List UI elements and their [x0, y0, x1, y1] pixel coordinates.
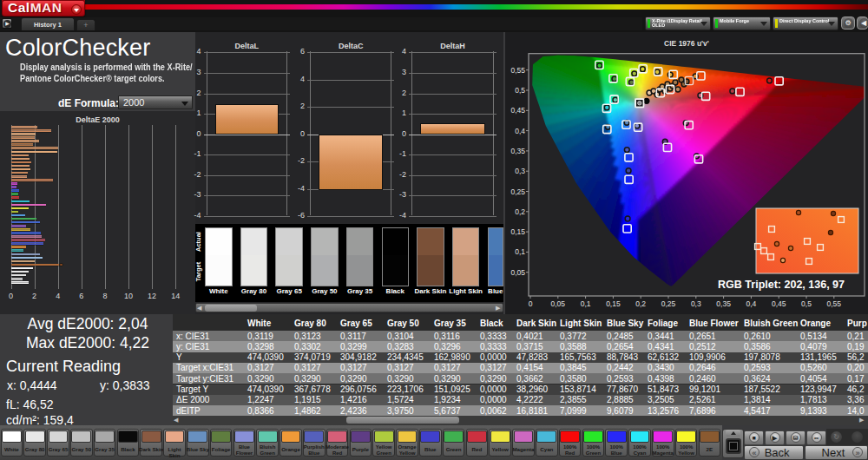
svg-text:0,5: 0,5 — [801, 299, 812, 308]
svg-text:0,3: 0,3 — [691, 299, 701, 308]
svg-text:0,35: 0,35 — [510, 147, 525, 155]
svg-text:0,2: 0,2 — [635, 299, 646, 308]
svg-text:0,45: 0,45 — [772, 299, 786, 308]
svg-text:0,55: 0,55 — [827, 299, 842, 308]
svg-text:0,25: 0,25 — [510, 187, 525, 196]
svg-text:0,1: 0,1 — [515, 247, 525, 256]
svg-text:0,55: 0,55 — [510, 66, 525, 75]
svg-text:0,3: 0,3 — [515, 167, 525, 175]
svg-text:0: 0 — [529, 299, 533, 308]
svg-text:0,4: 0,4 — [746, 299, 756, 308]
svg-text:0,5: 0,5 — [515, 86, 525, 95]
svg-text:0,25: 0,25 — [661, 299, 676, 308]
svg-text:0,35: 0,35 — [716, 299, 731, 308]
svg-text:0,05: 0,05 — [510, 268, 525, 277]
svg-text:0,4: 0,4 — [515, 127, 525, 135]
svg-text:0,05: 0,05 — [551, 299, 566, 308]
svg-text:RGB Triplet: 202, 136, 97: RGB Triplet: 202, 136, 97 — [718, 279, 845, 291]
svg-text:0,1: 0,1 — [581, 299, 591, 308]
svg-text:0,2: 0,2 — [515, 207, 525, 216]
svg-text:0,15: 0,15 — [510, 227, 525, 236]
svg-text:0,45: 0,45 — [510, 106, 525, 115]
svg-text:0,15: 0,15 — [606, 299, 621, 308]
